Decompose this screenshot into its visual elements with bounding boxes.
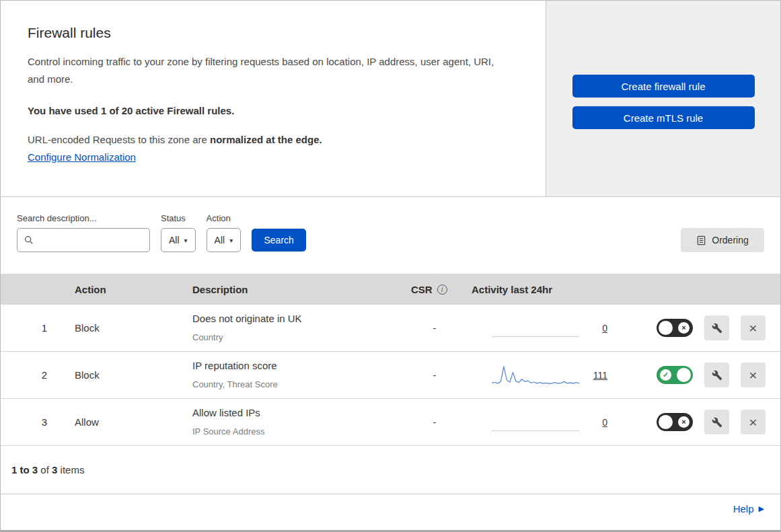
activity-count-link[interactable]: 0 [590,417,607,428]
chevron-down-icon: ▾ [184,237,188,244]
search-field: Search description... [17,213,150,252]
help-link[interactable]: Help▶ [733,503,764,515]
rule-csr: - [404,416,465,428]
rule-number: 3 [1,416,68,428]
header-action: Action [68,284,186,295]
rule-enabled-toggle[interactable]: × [657,319,693,337]
table-header: Action Description CSR i Activity last 2… [1,274,780,305]
rule-criteria: Country, Threat Score [192,377,404,393]
ordering-button[interactable]: Ordering [681,228,764,252]
search-input[interactable] [17,228,150,252]
usage-note: You have used 1 of 20 active Firewall ru… [28,105,519,116]
header-activity: Activity last 24hr [465,284,626,295]
action-label: Action [207,213,241,223]
create-firewall-rule-button[interactable]: Create firewall rule [572,75,755,98]
rule-csr: - [404,322,465,334]
chevron-down-icon: ▾ [229,237,233,244]
toggle-knob [659,415,673,429]
rule-criteria: IP Source Address [192,424,404,440]
status-dropdown[interactable]: All▾ [161,228,196,252]
rule-criteria: Country [192,330,404,346]
search-button[interactable]: Search [252,229,306,252]
status-filter: Status All▾ [161,213,196,252]
toggle-state-icon: ✓ [660,369,671,381]
filter-bar: Search description... Status All▾ Action… [1,197,780,274]
status-label: Status [161,213,196,223]
edit-rule-button[interactable] [704,315,729,340]
edit-rule-button[interactable] [704,363,729,387]
normalization-note: URL-encoded Requests to this zone are no… [28,134,519,145]
activity-count-link[interactable]: 0 [590,323,607,334]
header-card: Firewall rules Control incoming traffic … [1,1,546,196]
activity-sparkline [492,413,579,431]
rules-table: Action Description CSR i Activity last 2… [1,274,780,446]
rule-enabled-toggle[interactable]: × [657,413,693,431]
table-row: 1 Block Does not originate in UK Country… [1,305,780,352]
rule-csr: - [404,369,465,381]
wrench-icon [712,417,722,428]
close-icon: × [749,368,757,382]
rule-number: 1 [1,322,68,334]
rule-action: Allow [68,416,186,428]
search-icon [24,235,34,245]
rule-action: Block [68,322,186,334]
delete-rule-button[interactable]: × [741,410,766,434]
toggle-knob [677,368,691,382]
create-mtls-rule-button[interactable]: Create mTLS rule [572,106,755,129]
wrench-icon [712,370,722,381]
activity-count-link[interactable]: 111 [590,370,607,381]
configure-normalization-link[interactable]: Configure Normalization [28,151,136,163]
rule-description: Does not originate in UK [192,310,404,328]
rule-description: Allow listed IPs [192,404,404,422]
header-description: Description [186,284,404,295]
table-row: 3 Allow Allow listed IPs IP Source Addre… [1,399,780,446]
rule-number: 2 [1,369,68,381]
ordering-icon [696,235,706,245]
table-row: 2 Block IP reputation score Country, Thr… [1,352,780,399]
delete-rule-button[interactable]: × [741,315,766,340]
close-icon: × [749,415,757,429]
search-label: Search description... [17,213,150,223]
rule-enabled-toggle[interactable]: ✓ [657,366,693,384]
activity-sparkline [492,319,579,337]
page-title: Firewall rules [28,25,519,41]
toggle-state-icon: × [678,322,690,334]
page-description: Control incoming traffic to your zone by… [28,53,502,89]
toggle-state-icon: × [678,416,690,428]
rule-action: Block [68,369,186,381]
action-dropdown[interactable]: All▾ [207,228,241,252]
toggle-knob [659,321,673,335]
delete-rule-button[interactable]: × [741,363,766,387]
action-filter: Action All▾ [207,213,241,252]
close-icon: × [749,321,757,335]
header-csr: CSR i [404,284,465,295]
header-section: Firewall rules Control incoming traffic … [1,1,780,197]
edit-rule-button[interactable] [704,410,729,434]
help-bar: Help▶ [1,494,780,524]
chevron-right-icon: ▶ [759,504,764,513]
pagination-summary: 1 to 3 of 3 items [1,446,780,494]
wrench-icon [712,323,722,334]
info-icon[interactable]: i [437,284,447,295]
firewall-rules-page: Firewall rules Control incoming traffic … [0,0,781,532]
activity-sparkline [492,363,579,387]
rule-description: IP reputation score [192,357,404,375]
actions-panel: Create firewall rule Create mTLS rule [546,1,780,196]
